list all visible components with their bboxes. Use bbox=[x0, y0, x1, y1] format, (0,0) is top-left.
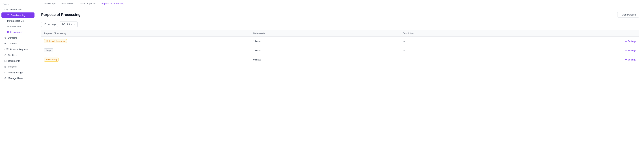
sidebar-item-privacy-badge[interactable]: ◁ Privacy Badge bbox=[2, 70, 34, 75]
purpose-cell: Advertising bbox=[41, 55, 250, 64]
chevron-icon: › bbox=[4, 8, 5, 10]
purpose-tag: Legal bbox=[44, 48, 53, 52]
purpose-tag: Advertising bbox=[44, 58, 59, 62]
sidebar-item-data-inventory[interactable]: Data Inventory bbox=[2, 30, 34, 35]
sidebar-label: Cookies bbox=[8, 54, 16, 56]
sidebar-label: Consent bbox=[8, 42, 16, 45]
cookies-icon: ⊙ bbox=[4, 54, 6, 56]
sidebar-item-dashboard[interactable]: › ⊙ Dashboard bbox=[2, 7, 34, 12]
sidebar-item-data-mapping[interactable]: ∨ ⬡ Data Mapping bbox=[2, 12, 34, 18]
assets-cell: 1 linked bbox=[250, 37, 400, 46]
chevron-icon: › bbox=[4, 48, 5, 50]
sidebar-item-domains[interactable]: ⊕ Domains bbox=[2, 35, 34, 40]
sidebar-label: Data Mapping bbox=[11, 14, 25, 16]
documents-icon: ☐ bbox=[4, 60, 7, 62]
sidebar-label: Privacy Requests bbox=[10, 48, 28, 51]
actions-cell: ⇌ Settings bbox=[579, 37, 639, 46]
purpose-cell: Historical Research bbox=[41, 37, 250, 46]
per-page-selector[interactable]: 10 per page bbox=[41, 22, 58, 27]
settings-icon: ⇌ bbox=[625, 40, 627, 42]
consent-icon: ✉ bbox=[4, 42, 6, 45]
tab-data-groups[interactable]: Data Groups bbox=[40, 0, 58, 8]
sidebar-label: Domains bbox=[8, 36, 17, 39]
content-header: Purpose of Processing + Add Purpose bbox=[41, 12, 639, 18]
col-header-purpose: Purpose of Processing bbox=[41, 30, 250, 37]
purpose-tag: Historical Research bbox=[44, 39, 67, 43]
table-row: Legal 1 linked --- ⇌ Settings bbox=[41, 46, 639, 55]
tab-data-assets[interactable]: Data Assets bbox=[59, 0, 76, 8]
sidebar-item-metamodels-list[interactable]: Metamodels List bbox=[2, 18, 34, 24]
manage-users-icon: ⊙ bbox=[4, 77, 6, 80]
sidebar-label: Data Inventory bbox=[7, 31, 22, 34]
sidebar-item-vendors[interactable]: ⊞ Vendors bbox=[2, 64, 34, 69]
next-page-arrow[interactable]: › bbox=[74, 22, 76, 26]
sidebar-pages-label: Pages bbox=[0, 2, 36, 6]
tab-purpose-of-processing[interactable]: Purpose of Processing bbox=[98, 0, 126, 8]
dashboard-icon: ⊙ bbox=[6, 8, 8, 11]
description-cell: --- bbox=[400, 37, 579, 46]
privacy-badge-icon: ◁ bbox=[4, 71, 6, 74]
sidebar-item-cookies[interactable]: ⊙ Cookies bbox=[2, 52, 34, 58]
content-area: Purpose of Processing + Add Purpose 10 p… bbox=[36, 8, 644, 161]
table-row: Advertising 0 linked --- ⇌ Settings bbox=[41, 55, 639, 64]
prev-page-arrow[interactable]: ‹ bbox=[70, 22, 73, 26]
sidebar-item-manage-users[interactable]: ⊙ Manage Users bbox=[2, 76, 34, 81]
data-mapping-icon: ⬡ bbox=[7, 14, 9, 16]
sidebar-label: Privacy Badge bbox=[8, 71, 23, 74]
sidebar-label: Vendors bbox=[8, 65, 16, 68]
settings-icon: ⇌ bbox=[625, 58, 627, 61]
sidebar-label: Documents bbox=[8, 60, 20, 62]
page-info[interactable]: 1-3 of 3 ‹ › bbox=[60, 21, 78, 27]
sidebar-label: Dashboard bbox=[10, 8, 22, 11]
tab-data-categories[interactable]: Data Categories bbox=[76, 0, 98, 8]
col-header-assets: Data Assets bbox=[250, 30, 400, 37]
add-purpose-button[interactable]: + Add Purpose bbox=[617, 12, 639, 18]
domains-icon: ⊕ bbox=[4, 36, 6, 39]
table-row: Historical Research 1 linked --- ⇌ Setti… bbox=[41, 37, 639, 46]
col-header-actions bbox=[579, 30, 639, 37]
purpose-table: Purpose of Processing Data Assets Descri… bbox=[41, 30, 639, 64]
sidebar-item-consent[interactable]: ✉ Consent bbox=[2, 41, 34, 46]
page-title: Purpose of Processing bbox=[41, 13, 80, 17]
main-content: Data Groups Data Assets Data Categories … bbox=[36, 0, 644, 161]
actions-cell: ⇌ Settings bbox=[579, 46, 639, 55]
tab-bar: Data Groups Data Assets Data Categories … bbox=[36, 0, 644, 8]
description-cell: --- bbox=[400, 55, 579, 64]
col-header-description: Description bbox=[400, 30, 579, 37]
sidebar-item-documents[interactable]: ☐ Documents bbox=[2, 58, 34, 64]
chevron-icon: ∨ bbox=[4, 14, 6, 16]
description-cell: --- bbox=[400, 46, 579, 55]
sidebar-item-privacy-requests[interactable]: › ☰ Privacy Requests bbox=[2, 46, 34, 52]
sidebar: Pages › ⊙ Dashboard ∨ ⬡ Data Mapping Met… bbox=[0, 0, 36, 161]
assets-cell: 1 linked bbox=[250, 46, 400, 55]
assets-cell: 0 linked bbox=[250, 55, 400, 64]
settings-icon: ⇌ bbox=[625, 49, 627, 52]
settings-link[interactable]: ⇌ Settings bbox=[582, 49, 636, 52]
sidebar-label: Manage Users bbox=[8, 77, 23, 80]
sidebar-item-authentication[interactable]: Authentication bbox=[2, 24, 34, 29]
sidebar-label: Metamodels List bbox=[7, 20, 24, 22]
pagination-row: 10 per page 1-3 of 3 ‹ › bbox=[41, 21, 639, 27]
settings-link[interactable]: ⇌ Settings bbox=[582, 40, 636, 42]
settings-link[interactable]: ⇌ Settings bbox=[582, 58, 636, 61]
vendors-icon: ⊞ bbox=[4, 65, 6, 68]
privacy-requests-icon: ☰ bbox=[6, 48, 9, 51]
sidebar-label: Authentication bbox=[7, 25, 22, 28]
actions-cell: ⇌ Settings bbox=[579, 55, 639, 64]
purpose-cell: Legal bbox=[41, 46, 250, 55]
